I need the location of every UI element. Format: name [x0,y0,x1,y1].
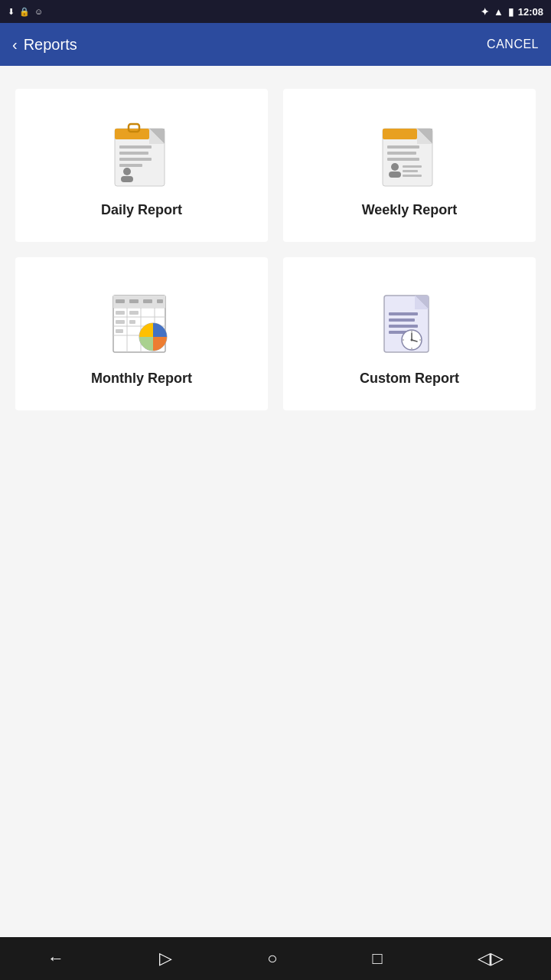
svg-rect-35 [157,299,163,303]
nav-home-button[interactable]: ○ [267,949,277,969]
svg-rect-34 [143,299,152,303]
nav-triangle-button[interactable]: ▷ [159,949,172,969]
daily-report-label: Daily Report [101,202,182,218]
weekly-report-item[interactable]: Weekly Report [283,89,536,242]
svg-rect-14 [383,129,417,139]
svg-rect-8 [119,164,142,167]
nav-volume-button[interactable]: ◁▷ [478,949,504,969]
time-display: 12:08 [518,6,543,18]
svg-rect-21 [403,170,418,172]
svg-rect-46 [389,318,415,322]
svg-rect-5 [119,145,152,149]
bluetooth-icon: ✦ [481,6,489,18]
svg-rect-17 [387,158,419,161]
svg-rect-33 [129,299,139,303]
cancel-button[interactable]: CANCEL [487,38,539,51]
svg-rect-19 [389,172,401,178]
svg-rect-38 [116,320,125,324]
svg-rect-6 [119,152,148,155]
lock-icon: 🔒 [19,7,30,17]
status-bar: ⬇ 🔒 ☺ ✦ ▲ ▮ 12:08 [0,0,551,23]
nav-square-button[interactable]: □ [373,949,383,969]
custom-report-item[interactable]: Custom Report [283,257,536,410]
custom-report-icon [375,289,444,358]
svg-rect-40 [116,329,123,333]
svg-rect-22 [403,175,422,177]
android-icon: ☺ [34,7,43,16]
weekly-report-label: Weekly Report [362,202,458,218]
daily-report-icon [107,121,176,190]
main-content: Daily Report [0,66,551,937]
usb-icon: ⬇ [8,7,15,17]
monthly-report-icon [107,289,176,358]
nav-back-button[interactable]: ← [47,949,64,969]
svg-rect-45 [389,312,418,315]
svg-rect-36 [116,311,125,315]
svg-rect-10 [121,176,133,182]
svg-rect-20 [403,165,422,168]
svg-rect-3 [115,129,149,139]
back-navigation[interactable]: ‹ Reports [12,36,77,54]
app-bar: ‹ Reports CANCEL [0,23,551,66]
custom-report-label: Custom Report [360,371,459,387]
svg-rect-7 [119,158,152,161]
weekly-report-icon [375,121,444,190]
monthly-report-item[interactable]: Monthly Report [15,257,268,410]
wifi-icon: ▲ [494,6,504,18]
back-arrow-icon[interactable]: ‹ [12,36,18,54]
svg-point-18 [391,163,399,171]
svg-rect-39 [129,320,135,324]
svg-rect-16 [387,152,416,155]
svg-rect-32 [116,299,125,303]
bottom-nav-bar: ← ▷ ○ □ ◁▷ [0,937,551,980]
svg-point-9 [123,168,131,175]
svg-rect-15 [387,145,419,149]
page-title: Reports [24,36,77,54]
status-left-icons: ⬇ 🔒 ☺ [8,7,43,17]
status-right-icons: ✦ ▲ ▮ 12:08 [481,6,543,18]
monthly-report-label: Monthly Report [91,371,192,387]
svg-rect-37 [129,311,139,315]
battery-icon: ▮ [508,6,514,18]
daily-report-item[interactable]: Daily Report [15,89,268,242]
svg-rect-47 [389,325,418,328]
report-grid: Daily Report [15,89,536,410]
